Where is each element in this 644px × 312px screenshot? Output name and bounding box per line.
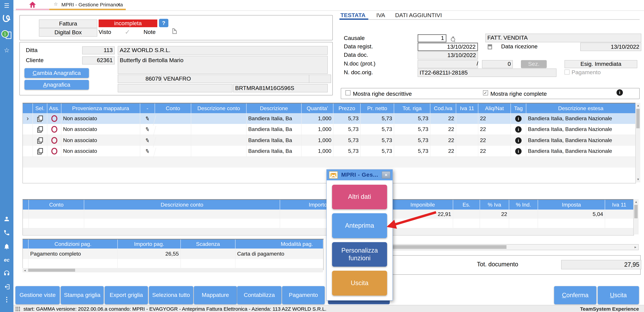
scroll-down-icon[interactable]: ▼ (636, 178, 640, 181)
causale-input[interactable]: 1 (418, 34, 446, 42)
payment-row-empty[interactable] (23, 259, 323, 269)
grid3-hthumb[interactable] (28, 269, 75, 272)
col-ass[interactable]: Ass. (47, 103, 62, 113)
sel-checkbox-icon[interactable] (33, 113, 47, 124)
sel-checkbox-icon[interactable] (33, 124, 47, 135)
cliente-code-field[interactable]: 62361 (82, 56, 115, 65)
col-conto[interactable]: Conto (29, 200, 84, 210)
table-row[interactable]: Non associato ✎ Bandiera Italia, Ba 1,00… (23, 124, 636, 135)
help-button[interactable]: ? (159, 19, 168, 27)
col-sel[interactable]: Sel. (33, 103, 47, 113)
fattura-button[interactable]: Fattura (39, 20, 97, 28)
tab-iva[interactable]: IVA (376, 12, 385, 19)
user-icon[interactable] (0, 216, 14, 224)
col-descrizione-conto[interactable]: Descrizione conto (191, 103, 246, 113)
ec-logo[interactable]: ec (0, 257, 14, 263)
sel-checkbox-icon[interactable] (33, 135, 47, 146)
tab-close-icon[interactable]: ✕ (117, 2, 120, 7)
col-descrizione-conto[interactable]: Descrizione conto (84, 200, 280, 210)
col-pr-netto[interactable]: Pr. netto (360, 103, 394, 113)
col-iva11[interactable]: Iva 11 (605, 200, 634, 210)
col-descrizione[interactable]: Descrizione (246, 103, 302, 113)
col-importo-pag[interactable]: Importo pag. (118, 239, 181, 249)
tag-info-icon[interactable]: i (511, 146, 526, 157)
tab-mpri[interactable]: ☆ MPRI - Gestione Primanota ✕ (49, 0, 126, 9)
tab-home[interactable] (16, 0, 49, 9)
sel-checkbox-icon[interactable] (33, 146, 47, 157)
grid2-hthumb[interactable] (393, 245, 506, 249)
col-imposta[interactable]: Imposta (538, 200, 605, 210)
grid2-vthumb[interactable] (634, 205, 638, 218)
col-perc-ind[interactable]: % Ind. (509, 200, 538, 210)
col-conto[interactable]: Conto (155, 103, 191, 113)
col-quantita[interactable]: Quantita' (302, 103, 334, 113)
table-row[interactable]: Non associato ✎ Bandiera Italia, Ba 1,00… (23, 135, 636, 146)
note-icon[interactable] (172, 28, 177, 34)
col-perc-iva[interactable]: % Iva (480, 200, 509, 210)
anagrafica-button[interactable]: Anagrafica (24, 80, 89, 90)
col-iva11[interactable]: Iva 11 (456, 103, 478, 113)
personalizza-funzioni-button[interactable]: Personalizza funzioni (332, 242, 387, 267)
tab-star-icon[interactable]: ☆ (54, 1, 58, 7)
grid-dots-icon[interactable] (16, 306, 20, 311)
conferma-button[interactable]: Conferma (554, 286, 596, 304)
scroll-up-icon[interactable]: ▲ (636, 104, 640, 107)
grid2-vscrollbar[interactable]: ▲ (633, 199, 639, 234)
data-regist-input[interactable]: 13/10/2022 (418, 43, 478, 51)
esig-immediata-button[interactable]: Esig. Immediata (564, 60, 637, 68)
col-tot-riga[interactable]: Tot. riga (394, 103, 430, 113)
col-es[interactable]: Es. (453, 200, 480, 210)
scroll-left-icon[interactable]: ◄ (24, 269, 26, 272)
exit-icon[interactable] (0, 283, 14, 291)
contabilizza-button[interactable]: Contabilizza (237, 286, 282, 304)
grid1-vscrollbar[interactable]: ▲ ▼ (635, 103, 640, 182)
tag-info-icon[interactable]: i (511, 135, 526, 146)
col-modalita[interactable]: Modalità pag. (236, 239, 323, 249)
popup-titlebar[interactable]: MPRI - Ges... ✕ (327, 170, 392, 180)
col-aliq-nat[interactable]: Aliq/Nat (478, 103, 511, 113)
info-icon[interactable]: i (616, 89, 623, 96)
col-provenienza[interactable]: Provenienza mappatura (62, 103, 140, 113)
col-tag[interactable]: Tag (511, 103, 526, 113)
col-scadenza[interactable]: Scadenza (181, 239, 236, 249)
tab-dati-aggiuntivi[interactable]: DATI AGGIUNTIVI (395, 12, 442, 19)
visto-check-icon[interactable]: ✓ (125, 28, 130, 36)
table-row[interactable]: › Non associato ✎ Bandiera Italia, Ba 1,… (23, 113, 636, 124)
notification-folder-icon[interactable]: 1 (0, 30, 14, 40)
payment-row[interactable]: Pagamento completo 26,55 Carta di pagame… (23, 249, 323, 259)
digital-box-button[interactable]: Digital Box (39, 28, 97, 37)
mostra-complete-checkbox[interactable]: ✓ (483, 90, 488, 95)
phone-icon[interactable] (0, 229, 14, 237)
col-cod-iva[interactable]: Cod.Iva (430, 103, 456, 113)
mappature-button[interactable]: Mappature (194, 286, 237, 304)
favorites-star-icon[interactable]: ☆ (0, 46, 14, 54)
ndoc-num-field[interactable]: 0 (482, 60, 513, 68)
menu-icon[interactable]: ☰ (0, 2, 14, 10)
kebab-menu-icon[interactable]: ⋮ (0, 295, 14, 303)
export-griglia-button[interactable]: Export griglia (105, 286, 148, 304)
cambia-anagrafica-button[interactable]: Cambia Anagrafica (24, 68, 89, 78)
tab-testata[interactable]: TESTATA (340, 12, 366, 19)
grid3-hscrollbar[interactable]: ◄ (22, 268, 323, 272)
stampa-griglia-button[interactable]: Stampa griglia (61, 286, 104, 304)
gestione-viste-button[interactable]: Gestione viste (16, 286, 60, 304)
col-prezzo[interactable]: Prezzo (334, 103, 360, 113)
scroll-right-icon[interactable]: ► (634, 246, 637, 249)
table-row[interactable]: Non associato ✎ Bandiera Italia, Ba 1,00… (23, 146, 636, 157)
bell-icon[interactable] (0, 243, 14, 251)
mostra-descrittive-checkbox[interactable] (346, 90, 350, 95)
causale-dropdown-icon[interactable]: ▾ (452, 35, 454, 40)
ditta-code-field[interactable]: 113 (82, 46, 115, 54)
uscita-button[interactable]: Uscita (598, 286, 639, 304)
popup-uscita-button[interactable]: Uscita (332, 271, 387, 295)
col-descrizione-estesa[interactable]: Descrizione estesa (526, 103, 636, 113)
scroll-up-icon[interactable]: ▲ (634, 201, 638, 204)
pagamento-button[interactable]: Pagamento (282, 286, 325, 304)
tag-info-icon[interactable]: i (511, 113, 526, 124)
grid1-vthumb[interactable] (636, 109, 640, 128)
seleziona-tutto-button[interactable]: Seleziona tutto (149, 286, 193, 304)
popup-close-icon[interactable]: ✕ (382, 171, 390, 179)
headset-icon[interactable] (0, 270, 14, 278)
calendar-icon[interactable] (488, 44, 492, 49)
col-condizioni[interactable]: Condizioni pag. (28, 239, 118, 249)
